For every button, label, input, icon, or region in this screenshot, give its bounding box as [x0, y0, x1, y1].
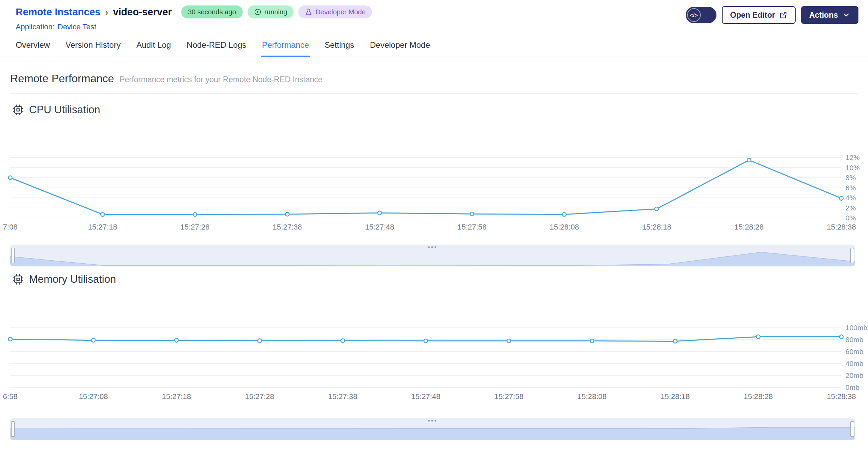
cpu-brush-grip[interactable]: ••• [428, 245, 438, 250]
svg-text:60mb: 60mb [845, 348, 864, 355]
svg-text:15:27:28: 15:27:28 [245, 392, 274, 401]
cpu-brush-left-handle[interactable] [11, 248, 15, 263]
svg-text:15:27:58: 15:27:58 [494, 392, 524, 401]
cpu-section-header: CPU Utilisation [12, 104, 858, 116]
svg-text:7:08: 7:08 [3, 223, 18, 231]
svg-text:15:28:28: 15:28:28 [735, 223, 764, 231]
svg-text:0%: 0% [845, 214, 856, 222]
svg-text:15:28:28: 15:28:28 [744, 392, 773, 401]
svg-text:12%: 12% [845, 153, 860, 161]
memory-section-title: Memory Utilisation [29, 273, 116, 285]
svg-text:6:58: 6:58 [3, 392, 18, 401]
svg-text:15:27:38: 15:27:38 [328, 392, 357, 401]
svg-text:100mb: 100mb [845, 324, 867, 332]
tab-developer-mode[interactable]: Developer Mode [370, 40, 430, 57]
svg-text:6%: 6% [845, 184, 856, 192]
external-link-icon [779, 11, 787, 19]
chevron-down-icon [842, 11, 850, 19]
application-label: Application: [16, 23, 55, 31]
tab-performance[interactable]: Performance [262, 40, 309, 57]
tab-bar: Overview Version History Audit Log Node-… [0, 34, 868, 57]
tab-audit-log[interactable]: Audit Log [136, 40, 171, 57]
cpu-brush-right-handle[interactable] [850, 248, 854, 263]
last-seen-badge-label: 30 seconds ago [188, 8, 236, 16]
status-badge-label: running [265, 8, 287, 16]
svg-text:15:27:28: 15:27:28 [180, 223, 210, 231]
svg-text:4%: 4% [845, 194, 856, 202]
svg-text:15:27:48: 15:27:48 [365, 223, 394, 231]
svg-text:15:27:18: 15:27:18 [88, 223, 117, 231]
memory-section-header: Memory Utilisation [12, 273, 858, 285]
running-icon [254, 8, 261, 16]
memory-brush-track[interactable]: ••• [10, 418, 855, 440]
developer-mode-badge-label: Developer Mode [315, 8, 366, 16]
breadcrumb-current-instance: video-server [113, 6, 172, 18]
svg-text:15:27:48: 15:27:48 [411, 392, 441, 401]
actions-label: Actions [809, 11, 838, 20]
svg-text:15:27:38: 15:27:38 [273, 223, 302, 231]
svg-text:15:27:08: 15:27:08 [79, 392, 108, 401]
svg-text:2%: 2% [845, 204, 856, 212]
memory-brush-right-handle[interactable] [850, 421, 854, 437]
memory-section: Memory Utilisation 0mb20mb40mb60mb80mb10… [0, 273, 868, 440]
header-left: Remote Instances › video-server 30 secon… [16, 5, 372, 31]
svg-text:0mb: 0mb [845, 383, 859, 391]
header: Remote Instances › video-server 30 secon… [0, 0, 868, 31]
open-editor-button[interactable]: Open Editor [722, 6, 796, 24]
actions-button[interactable]: Actions [801, 6, 858, 24]
cpu-chart[interactable]: 0%2%4%6%8%10%12%7:0815:27:1815:27:2815:2… [0, 116, 868, 232]
application-row: Application: Device Test [16, 23, 372, 31]
svg-text:15:27:18: 15:27:18 [162, 392, 191, 401]
svg-text:15:28:18: 15:28:18 [660, 392, 690, 401]
svg-text:15:28:08: 15:28:08 [550, 223, 579, 231]
developer-mode-badge[interactable]: Developer Mode [298, 5, 372, 18]
tab-version-history[interactable]: Version History [66, 40, 120, 57]
svg-text:20mb: 20mb [845, 371, 864, 379]
breadcrumb-separator-icon: › [105, 7, 108, 18]
memory-chip-icon [12, 274, 24, 285]
svg-text:15:28:18: 15:28:18 [642, 223, 671, 231]
tab-node-red-logs[interactable]: Node-RED Logs [187, 40, 246, 57]
code-icon: </> [687, 8, 701, 22]
tab-settings[interactable]: Settings [325, 40, 354, 57]
page-title: Remote Performance [10, 72, 114, 85]
page-subtitle: Performance metrics for your Remote Node… [119, 75, 322, 84]
developer-mode-toggle[interactable]: </> [686, 7, 716, 23]
status-badge: running [247, 5, 294, 18]
svg-text:15:28:38: 15:28:38 [827, 392, 856, 401]
cpu-chip-icon [12, 104, 24, 116]
tab-overview[interactable]: Overview [16, 40, 50, 57]
beaker-icon [305, 8, 312, 16]
page-head: Remote Performance Performance metrics f… [10, 72, 858, 93]
svg-text:10%: 10% [845, 164, 860, 172]
application-link[interactable]: Device Test [58, 23, 96, 31]
open-editor-label: Open Editor [730, 11, 775, 20]
cpu-section: CPU Utilisation 0%2%4%6%8%10%12%7:0815:2… [0, 104, 868, 266]
header-actions: </> Open Editor Actions [686, 5, 858, 24]
cpu-section-title: CPU Utilisation [29, 104, 100, 116]
memory-brush-left-handle[interactable] [11, 421, 15, 437]
svg-text:8%: 8% [845, 174, 856, 181]
svg-text:15:28:08: 15:28:08 [578, 392, 607, 401]
svg-text:40mb: 40mb [845, 359, 864, 367]
memory-brush-grip[interactable]: ••• [428, 419, 438, 423]
svg-text:15:28:38: 15:28:38 [827, 223, 856, 231]
last-seen-badge: 30 seconds ago [181, 5, 242, 18]
memory-chart[interactable]: 0mb20mb40mb60mb80mb100mb6:5815:27:0815:2… [0, 285, 868, 403]
breadcrumb: Remote Instances › video-server 30 secon… [16, 5, 372, 18]
main-content: Remote Performance Performance metrics f… [0, 72, 868, 440]
cpu-brush-track[interactable]: ••• [10, 245, 855, 266]
svg-text:15:27:58: 15:27:58 [457, 223, 487, 231]
svg-text:80mb: 80mb [845, 336, 864, 343]
breadcrumb-remote-instances[interactable]: Remote Instances [16, 6, 100, 18]
